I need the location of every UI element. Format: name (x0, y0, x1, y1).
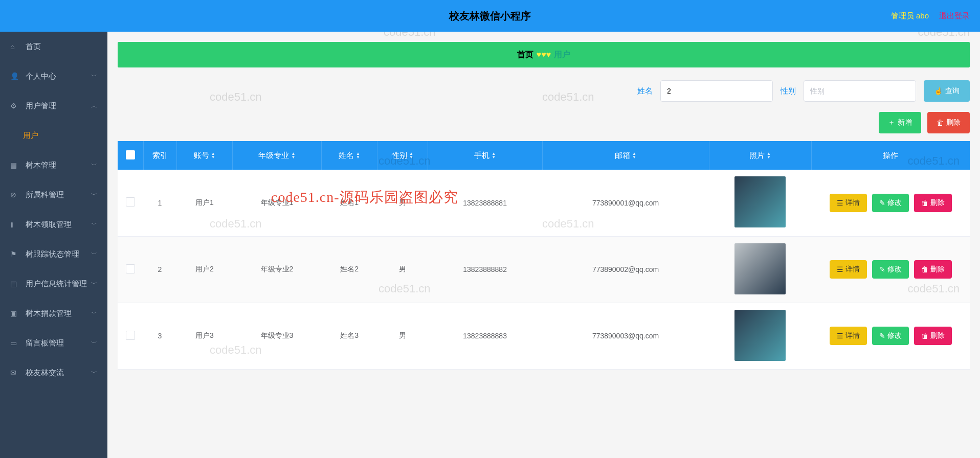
detail-button[interactable]: ☰ 详情 (830, 260, 867, 279)
logout-link[interactable]: 退出登录 (939, 11, 970, 21)
cell-actions: ☰ 详情✎ 修改🗑 删除 (811, 170, 970, 236)
sidebar-item-label: 校友林交流 (26, 368, 91, 378)
table-row: 2用户2年级专业2姓名2男13823888882773890002@qq.com… (118, 236, 970, 303)
breadcrumb-home[interactable]: 首页 (517, 50, 533, 60)
delete-button[interactable]: 🗑 删除 (914, 260, 952, 279)
stats-icon: ▤ (10, 280, 20, 288)
chevron-down-icon: ﹀ (91, 220, 97, 229)
sidebar-item-claim-mgmt[interactable]: ⫿ 树木领取管理 ﹀ (0, 210, 107, 239)
th-name[interactable]: 姓名▲▼ (321, 141, 377, 170)
sidebar-item-user-mgmt[interactable]: ⚙ 用户管理 ︿ (0, 91, 107, 121)
th-email[interactable]: 邮箱▲▼ (542, 141, 709, 170)
chevron-down-icon: ﹀ (91, 72, 97, 81)
cell-gender: 男 (377, 170, 428, 236)
table-row: 1用户1年级专业1姓名1男13823888881773890001@qq.com… (118, 170, 970, 236)
watermark: code51.cn (918, 32, 970, 39)
edit-button[interactable]: ✎ 修改 (872, 260, 909, 279)
cell-index: 1 (143, 170, 176, 236)
search-button[interactable]: ☝ 查询 (924, 80, 970, 102)
sidebar: ⌂ 首页 👤 个人中心 ﹀ ⚙ 用户管理 ︿ 用户 ▦ 树木管理 ﹀ ⊘ 所属科… (0, 32, 107, 458)
cell-actions: ☰ 详情✎ 修改🗑 删除 (811, 236, 970, 303)
edit-button[interactable]: ✎ 修改 (872, 327, 909, 345)
watermark: code51.cn (384, 32, 436, 39)
user-icon: 👤 (10, 72, 20, 80)
sidebar-item-board-mgmt[interactable]: ▭ 留言板管理 ﹀ (0, 328, 107, 358)
search-name-label: 姓名 (637, 86, 653, 96)
sidebar-item-label: 留言板管理 (26, 338, 91, 348)
sort-icon: ▲▼ (767, 152, 771, 159)
sidebar-item-category-mgmt[interactable]: ⊘ 所属科管理 ﹀ (0, 180, 107, 210)
sidebar-subitem-user[interactable]: 用户 (0, 121, 107, 150)
add-button[interactable]: ＋ 新增 (879, 112, 921, 133)
sidebar-item-home[interactable]: ⌂ 首页 (0, 32, 107, 61)
home-icon: ⌂ (10, 42, 20, 51)
batch-delete-label: 删除 (946, 118, 961, 127)
select-all-checkbox[interactable] (126, 150, 135, 159)
search-gender-label: 性别 (781, 86, 796, 96)
cell-phone: 13823888881 (428, 170, 542, 236)
search-name-input[interactable] (660, 80, 773, 102)
detail-button[interactable]: ☰ 详情 (830, 194, 867, 212)
watermark: code51.cn (107, 32, 108, 39)
app-title: 校友林微信小程序 (449, 9, 531, 23)
pencil-icon: ✎ (879, 265, 885, 273)
search-button-label: 查询 (945, 86, 960, 96)
th-gender[interactable]: 性别▲▼ (377, 141, 428, 170)
sidebar-item-label: 树木管理 (26, 161, 91, 170)
plus-icon: ＋ (888, 118, 895, 127)
sidebar-item-alumni-forum[interactable]: ✉ 校友林交流 ﹀ (0, 358, 107, 387)
cell-gender: 男 (377, 236, 428, 303)
detail-button[interactable]: ☰ 详情 (830, 327, 867, 345)
add-button-label: 新增 (898, 118, 912, 127)
row-checkbox[interactable] (126, 264, 135, 273)
row-checkbox[interactable] (126, 331, 135, 340)
edit-button[interactable]: ✎ 修改 (872, 194, 909, 212)
sort-icon: ▲▼ (632, 152, 636, 159)
gear-icon: ⚙ (10, 102, 20, 110)
sidebar-item-track-mgmt[interactable]: ⚑ 树跟踪状态管理 ﹀ (0, 239, 107, 269)
breadcrumb: 首页 ♥♥♥ 用户 (118, 42, 970, 67)
avatar (734, 310, 786, 361)
chart-icon: ⫿ (10, 220, 20, 228)
sort-icon: ▲▼ (211, 152, 215, 159)
sidebar-item-label: 用户 (23, 131, 97, 141)
th-phone[interactable]: 手机▲▼ (428, 141, 542, 170)
sidebar-item-profile[interactable]: 👤 个人中心 ﹀ (0, 61, 107, 91)
th-index[interactable]: 索引 (143, 141, 176, 170)
pointer-icon: ☝ (934, 87, 943, 95)
cell-email: 773890002@qq.com (542, 236, 709, 303)
cell-email: 773890001@qq.com (542, 170, 709, 236)
chevron-down-icon: ﹀ (91, 339, 97, 348)
cell-account: 用户3 (176, 303, 233, 369)
sidebar-item-label: 树木领取管理 (26, 220, 91, 230)
batch-delete-button[interactable]: 🗑 删除 (927, 112, 970, 133)
list-icon: ☰ (837, 199, 843, 207)
delete-button[interactable]: 🗑 删除 (914, 327, 952, 345)
search-gender-input[interactable] (804, 80, 916, 102)
th-account[interactable]: 账号▲▼ (176, 141, 233, 170)
cell-actions: ☰ 详情✎ 修改🗑 删除 (811, 303, 970, 369)
cell-grade: 年级专业1 (233, 170, 322, 236)
cell-name: 姓名1 (321, 170, 377, 236)
tree-icon: ▦ (10, 161, 20, 169)
breadcrumb-current: 用户 (554, 50, 570, 60)
cell-index: 3 (143, 303, 176, 369)
delete-button[interactable]: 🗑 删除 (914, 194, 952, 212)
sort-icon: ▲▼ (492, 152, 496, 159)
cell-name: 姓名3 (321, 303, 377, 369)
sidebar-item-donate-mgmt[interactable]: ▣ 树木捐款管理 ﹀ (0, 299, 107, 328)
chevron-down-icon: ﹀ (91, 250, 97, 259)
cell-photo (709, 303, 811, 369)
sidebar-item-userstats-mgmt[interactable]: ▤ 用户信息统计管理 ﹀ (0, 269, 107, 299)
sort-icon: ▲▼ (291, 152, 295, 159)
avatar (734, 176, 786, 227)
th-grade[interactable]: 年级专业▲▼ (233, 141, 322, 170)
main-content: code51.cn code51.cn code51.cn code51.cn … (107, 32, 980, 458)
th-photo[interactable]: 照片▲▼ (709, 141, 811, 170)
sidebar-item-label: 用户信息统计管理 (26, 279, 91, 289)
user-table: 索引 账号▲▼ 年级专业▲▼ 姓名▲▼ 性别▲▼ 手机▲▼ 邮箱▲▼ 照片▲▼ … (118, 141, 970, 370)
message-icon: ▭ (10, 339, 20, 347)
trash-icon: 🗑 (921, 332, 928, 340)
row-checkbox[interactable] (126, 197, 135, 207)
sidebar-item-tree-mgmt[interactable]: ▦ 树木管理 ﹀ (0, 150, 107, 180)
